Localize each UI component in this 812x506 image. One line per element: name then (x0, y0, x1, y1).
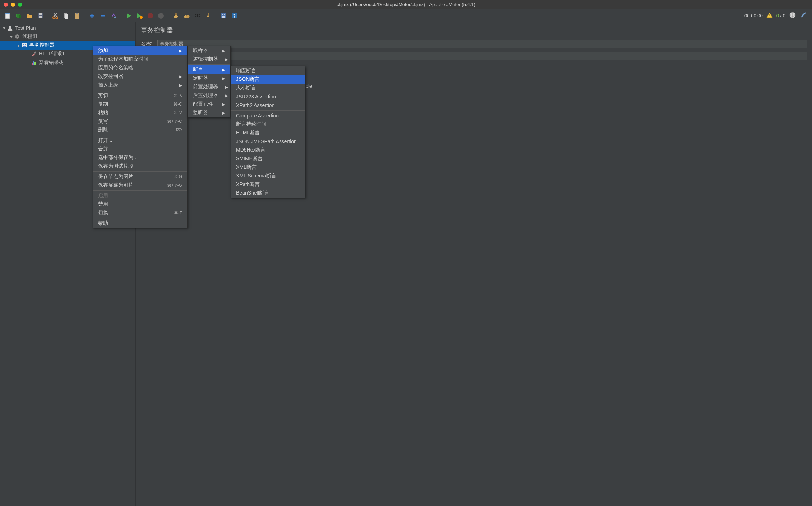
open-file-icon[interactable] (24, 11, 34, 21)
menu-save-fragment[interactable]: 保存为测试片段 (93, 162, 187, 171)
templates-icon[interactable] (14, 11, 24, 21)
clear-all-icon[interactable] (182, 11, 192, 21)
editor-title: 事务控制器 (141, 26, 807, 34)
tree-label: 事务控制器 (28, 42, 55, 48)
menu-help[interactable]: 帮助 (93, 219, 187, 228)
clear-icon[interactable] (171, 11, 181, 21)
function-helper-icon[interactable] (218, 11, 229, 21)
menu-change-controller[interactable]: 改变控制器▶ (93, 72, 187, 81)
svg-text:?: ? (233, 13, 236, 19)
menu-md5-assertion[interactable]: MD5Hex断言 (231, 146, 305, 154)
menu-delete[interactable]: 删除⌦ (93, 126, 187, 134)
svg-point-8 (53, 17, 55, 19)
tree-thread-group[interactable]: ▾ 线程组 (0, 32, 135, 41)
cut-icon[interactable] (50, 11, 60, 21)
toolbar: ? 00:00:00 ! 0 / 0 (0, 9, 812, 22)
menu-copy[interactable]: 复制⌘-C (93, 100, 187, 108)
svg-rect-28 (222, 14, 223, 15)
context-menu-add: 取样器▶ 逻辑控制器▶ 断言▶ 定时器▶ 前置处理器▶ 后置处理器▶ 配置元件▶… (188, 46, 231, 117)
menu-duration-assertion[interactable]: 断言持续时间 (231, 120, 305, 129)
paste-icon[interactable] (72, 11, 82, 21)
svg-point-19 (114, 17, 116, 18)
menu-duplicate[interactable]: 复写⌘+⇧-C (93, 117, 187, 126)
menu-timer[interactable]: 定时器▶ (188, 74, 230, 83)
collapse-icon[interactable] (98, 11, 108, 21)
svg-rect-7 (39, 16, 42, 18)
toggle-icon[interactable] (109, 11, 119, 21)
menu-child-timer[interactable]: 为子线程添加响应时间 (93, 55, 187, 64)
menu-save-selection[interactable]: 选中部分保存为... (93, 153, 187, 162)
menu-listener[interactable]: 监听器▶ (188, 108, 230, 117)
menu-cut[interactable]: 剪切⌘-X (93, 91, 187, 100)
expand-icon[interactable] (87, 11, 97, 21)
menu-postproc[interactable]: 后置处理器▶ (188, 91, 230, 100)
menu-compare-assertion[interactable]: Compare Assertion (231, 111, 305, 120)
menu-xpath2-assertion[interactable]: XPath2 Assertion (231, 101, 305, 110)
menu-xmlschema-assertion[interactable]: XML Schema断言 (231, 172, 305, 180)
menu-logic[interactable]: 逻辑控制器▶ (188, 55, 230, 64)
menu-toggle[interactable]: 切换⌘-T (93, 209, 187, 217)
context-menu-assertions: 响应断言 JSON断言 大小断言 JSR223 Assertion XPath2… (231, 66, 305, 198)
menu-add[interactable]: 添加▶ (93, 46, 187, 55)
menu-enable: 启用 (93, 191, 187, 200)
menu-naming-policy[interactable]: 应用的命名策略 (93, 64, 187, 72)
menu-open[interactable]: 打开... (93, 136, 187, 145)
menu-jsr223-assertion[interactable]: JSR223 Assertion (231, 92, 305, 101)
menu-paste[interactable]: 粘贴⌘-V (93, 108, 187, 117)
pipette-icon (30, 51, 37, 57)
menu-xpath-assertion[interactable]: XPath断言 (231, 180, 305, 189)
menu-xml-assertion[interactable]: XML断言 (231, 163, 305, 172)
new-file-icon[interactable] (3, 11, 13, 21)
svg-rect-13 (65, 14, 68, 19)
menu-response-assertion[interactable]: 响应断言 (231, 66, 305, 75)
svg-rect-41 (25, 44, 26, 45)
menu-html-assertion[interactable]: HTML断言 (231, 129, 305, 137)
stop-icon[interactable] (145, 11, 155, 21)
menu-preproc[interactable]: 前置处理器▶ (188, 83, 230, 91)
menu-jmespath-assertion[interactable]: JSON JMESPath Assertion (231, 137, 305, 146)
chevron-down-icon[interactable]: ▾ (9, 34, 14, 40)
tree-label: 线程组 (21, 33, 37, 40)
globe-icon[interactable] (789, 11, 796, 20)
run-no-pause-icon[interactable] (134, 11, 144, 21)
svg-text:!: ! (769, 13, 770, 18)
menu-save-screen-image[interactable]: 保存屏幕为图片⌘+⇧-G (93, 181, 187, 190)
menu-smime-assertion[interactable]: SMIME断言 (231, 154, 305, 163)
svg-rect-30 (222, 16, 225, 18)
search-icon[interactable] (193, 11, 203, 21)
menu-disable[interactable]: 禁用 (93, 200, 187, 209)
run-icon[interactable] (124, 11, 134, 21)
shutdown-icon[interactable] (156, 11, 166, 21)
warning-icon[interactable]: ! (766, 12, 773, 19)
svg-rect-6 (39, 13, 42, 15)
save-icon[interactable] (35, 11, 45, 21)
menu-beanshell-assertion[interactable]: BeanShell断言 (231, 189, 305, 198)
menu-sampler[interactable]: 取样器▶ (188, 46, 230, 55)
tree-test-plan[interactable]: ▾ Test Plan (0, 24, 135, 32)
svg-point-21 (158, 13, 164, 19)
svg-rect-43 (34, 51, 36, 54)
comment-input[interactable] (157, 52, 807, 60)
menu-size-assertion[interactable]: 大小断言 (231, 84, 305, 92)
chevron-down-icon[interactable]: ▾ (16, 42, 21, 48)
titlebar: cl.jmx (/Users/oucb/Desktop/JMeter/cl.jm… (0, 0, 812, 9)
svg-rect-42 (23, 46, 26, 47)
menu-save-node-image[interactable]: 保存节点为图片⌘-G (93, 172, 187, 181)
menu-json-assertion[interactable]: JSON断言 (231, 75, 305, 84)
menu-assertion[interactable]: 断言▶ (188, 65, 230, 74)
name-input[interactable] (157, 40, 807, 48)
menu-config[interactable]: 配置元件▶ (188, 100, 230, 108)
copy-icon[interactable] (61, 11, 71, 21)
svg-rect-22 (175, 13, 177, 15)
help-icon[interactable]: ? (229, 11, 239, 21)
feather-icon[interactable] (800, 11, 807, 20)
svg-rect-29 (224, 14, 225, 15)
svg-rect-4 (19, 15, 21, 18)
tree-label: HTTP请求1 (37, 51, 65, 57)
svg-rect-40 (23, 44, 24, 45)
chart-icon (30, 60, 37, 65)
menu-insert-parent[interactable]: 插入上级▶ (93, 81, 187, 89)
chevron-down-icon[interactable]: ▾ (1, 25, 6, 31)
reset-search-icon[interactable] (203, 11, 213, 21)
menu-merge[interactable]: 合并 (93, 145, 187, 153)
